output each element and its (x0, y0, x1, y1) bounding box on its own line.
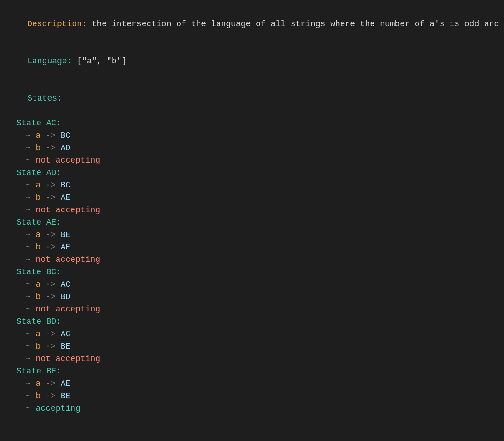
language-label: Language: (27, 57, 72, 66)
state-label: State BC: (17, 267, 61, 277)
state-BE-accepting-status: ~ accepting (7, 402, 497, 415)
state-AD-accepting-status: ~ not accepting (7, 204, 497, 216)
state-AC-accepting-status: ~ not accepting (7, 154, 497, 167)
transition-symbol: b (36, 243, 41, 252)
accepting-label: not accepting (36, 255, 100, 264)
tilde: ~ (26, 404, 36, 413)
transition-target: BC (61, 181, 71, 190)
transition-symbol: b (36, 193, 41, 202)
code-block: Description: the intersection of the lan… (7, 6, 497, 415)
state-AE-accepting-status: ~ not accepting (7, 254, 497, 266)
language-text: ["a", "b"] (72, 57, 126, 66)
states-label-line: States: (7, 80, 497, 117)
state-label: State AD: (17, 168, 61, 177)
arrow: -> (40, 391, 60, 401)
transition-target: AE (61, 243, 71, 252)
transition-target: AC (61, 280, 71, 289)
arrow: -> (40, 292, 60, 301)
transition-symbol: a (36, 329, 41, 339)
state-BE-transition-b: ~ b -> BE (7, 390, 497, 402)
transition-target: BE (61, 391, 71, 401)
transition-target: BE (61, 230, 71, 239)
state-BD-transition-b: ~ b -> BE (7, 340, 497, 353)
state-BD-transition-a: ~ a -> AC (7, 328, 497, 340)
state-label: State AE: (17, 218, 61, 227)
transition-symbol: a (36, 181, 41, 190)
tilde: ~ (26, 280, 36, 289)
transition-symbol: a (36, 379, 41, 388)
state-BC-accepting-status: ~ not accepting (7, 303, 497, 316)
states-label: States: (27, 94, 62, 103)
state-label: State BD: (17, 317, 61, 326)
state-AC-transition-a: ~ a -> BC (7, 130, 497, 142)
state-BD-accepting-status: ~ not accepting (7, 353, 497, 365)
arrow: -> (40, 143, 60, 153)
accepting-label: not accepting (36, 305, 100, 314)
arrow: -> (40, 379, 60, 388)
tilde: ~ (26, 292, 36, 301)
transition-target: AC (61, 329, 71, 339)
state-AD-transition-b: ~ b -> AE (7, 192, 497, 204)
arrow: -> (40, 329, 60, 339)
transition-target: AE (61, 193, 71, 202)
transition-symbol: a (36, 280, 41, 289)
description-label: Description: (27, 19, 87, 28)
state-AD-transition-a: ~ a -> BC (7, 179, 497, 192)
state-BC-transition-a: ~ a -> AC (7, 278, 497, 291)
arrow: -> (40, 181, 60, 190)
state-AC-header: State AC: (7, 117, 497, 130)
tilde: ~ (26, 193, 36, 202)
tilde: ~ (26, 205, 36, 215)
state-BE-transition-a: ~ a -> AE (7, 378, 497, 390)
arrow: -> (40, 131, 60, 140)
state-AE-transition-a: ~ a -> BE (7, 229, 497, 241)
tilde: ~ (26, 181, 36, 190)
state-BC-transition-b: ~ b -> BD (7, 291, 497, 303)
transition-symbol: b (36, 292, 41, 301)
tilde: ~ (26, 379, 36, 388)
tilde: ~ (26, 243, 36, 252)
arrow: -> (40, 243, 60, 252)
transition-target: BE (61, 342, 71, 351)
tilde: ~ (26, 156, 36, 165)
transition-symbol: b (36, 391, 41, 401)
tilde: ~ (26, 391, 36, 401)
state-AC-transition-b: ~ b -> AD (7, 142, 497, 154)
state-BD-header: State BD: (7, 316, 497, 328)
tilde: ~ (26, 354, 36, 363)
state-BC-header: State BC: (7, 266, 497, 278)
tilde: ~ (26, 329, 36, 339)
tilde: ~ (26, 143, 36, 153)
arrow: -> (40, 193, 60, 202)
transition-symbol: b (36, 143, 41, 153)
state-AE-transition-b: ~ b -> AE (7, 241, 497, 254)
arrow: -> (40, 230, 60, 239)
state-BE-header: State BE: (7, 365, 497, 378)
transition-target: BC (61, 131, 71, 140)
state-label: State AC: (17, 119, 61, 128)
tilde: ~ (26, 255, 36, 264)
language-line: Language: ["a", "b"] (7, 43, 497, 80)
transition-target: AE (61, 379, 71, 388)
accepting-label: accepting (36, 404, 80, 413)
description-text: the intersection of the language of all … (87, 19, 504, 28)
transition-target: BD (61, 292, 71, 301)
tilde: ~ (26, 230, 36, 239)
states-container: State AC:~ a -> BC~ b -> AD~ not accepti… (7, 117, 497, 415)
state-label: State BE: (17, 367, 61, 376)
state-AE-header: State AE: (7, 216, 497, 229)
arrow: -> (40, 280, 60, 289)
accepting-label: not accepting (36, 354, 100, 363)
transition-target: AD (61, 143, 71, 153)
tilde: ~ (26, 131, 36, 140)
accepting-label: not accepting (36, 156, 100, 165)
tilde: ~ (26, 342, 36, 351)
tilde: ~ (26, 305, 36, 314)
description-line: Description: the intersection of the lan… (7, 6, 497, 43)
state-AD-header: State AD: (7, 167, 497, 179)
transition-symbol: b (36, 342, 41, 351)
transition-symbol: a (36, 230, 41, 239)
accepting-label: not accepting (36, 205, 100, 215)
arrow: -> (40, 342, 60, 351)
transition-symbol: a (36, 131, 41, 140)
